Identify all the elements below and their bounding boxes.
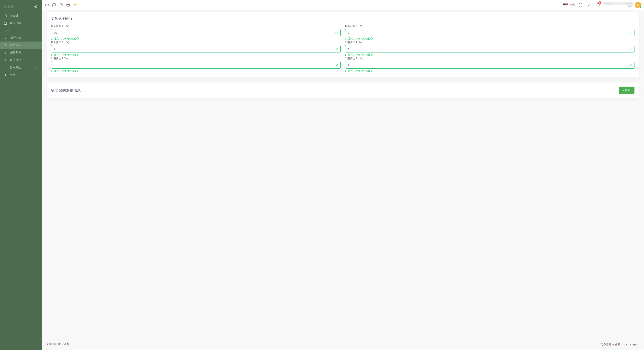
arrow-right-icon <box>4 36 7 39</box>
chevron-up-icon <box>36 59 38 61</box>
sidebar-section-header: 应用 <box>0 27 42 34</box>
hint-text: 注意，此项为可选提交 <box>54 53 79 56</box>
field-label: 团队佣金 2（％） <box>345 24 635 28</box>
arrow-right-icon <box>4 44 7 47</box>
svg-marker-7 <box>5 74 6 76</box>
info-icon <box>51 54 53 56</box>
sidebar-item-manage-customer[interactable]: 管理客户 <box>0 49 42 56</box>
check-icon <box>335 31 338 34</box>
hint-text: 注意，此项为可选提交 <box>348 37 373 40</box>
footer-author: PIXINVENT <box>624 343 638 346</box>
update-button-label: 更新 <box>625 88 631 92</box>
sidebar-item-customer-payment[interactable]: 客户付款 <box>0 56 42 64</box>
brand-logo[interactable]: CLR <box>4 4 14 9</box>
sidebar-item-settings[interactable]: 设置 <box>0 71 42 79</box>
check-icon <box>335 63 338 67</box>
plus-icon: + <box>622 89 624 92</box>
language-label: 英语 <box>570 3 575 7</box>
sidebar: CLR 仪表板 奖金代码 应用 <box>0 0 42 350</box>
footer-text: 作者： <box>615 343 623 346</box>
footer-credits: 精心打造 ♥ 作者： PIXINVENT <box>600 343 638 346</box>
svg-marker-6 <box>5 66 6 68</box>
int3-input[interactable] <box>345 61 635 69</box>
check-icon <box>629 63 632 67</box>
svg-marker-14 <box>74 3 77 6</box>
user-menu[interactable]: 行政 <box>604 2 642 8</box>
sidebar-item-dashboard[interactable]: 仪表板 <box>0 12 42 19</box>
sidebar-item-label: 设置 <box>10 73 33 77</box>
maximize-icon[interactable] <box>578 2 584 8</box>
user-role: 行政 <box>604 5 633 7</box>
team1-input[interactable] <box>51 29 340 36</box>
arrow-right-icon <box>4 51 7 54</box>
sidebar-item-label: 奖金代码 <box>10 21 38 25</box>
field-int1: 利息佣金 1 (%) 注意，此项为可选提交 <box>345 41 635 56</box>
sidebar-collapse-icon[interactable] <box>34 5 38 8</box>
info-icon <box>345 38 347 40</box>
field-hint: 注意，此项为可选提交 <box>345 53 635 56</box>
footer-copyright: 2020 © PIXINVENT <box>47 343 70 346</box>
field-label: 利息佣金 3（％） <box>345 57 635 60</box>
footer: 2020 © PIXINVENT 精心打造 ♥ 作者： PIXINVENT <box>42 339 644 350</box>
sidebar-header: CLR <box>0 0 42 12</box>
calendar-icon[interactable] <box>65 2 71 8</box>
us-flag-icon <box>563 3 568 6</box>
sidebar-item-customer-withdrawal[interactable]: 客户提款 <box>0 64 42 71</box>
field-label: 团队佣金 1（％） <box>51 24 340 28</box>
play-icon <box>4 73 7 77</box>
hint-text: 注意，此项为可选提交 <box>348 69 373 72</box>
update-button[interactable]: +更新 <box>619 87 634 94</box>
field-hint: 注意，此项为可选提交 <box>51 53 340 56</box>
star-icon[interactable] <box>72 2 78 8</box>
chat-icon[interactable] <box>51 2 57 8</box>
home-icon <box>4 14 7 17</box>
team3-input[interactable] <box>51 45 340 52</box>
play-icon <box>4 58 7 62</box>
topbar-right: 英语 5 行政 <box>563 2 642 8</box>
sidebar-item-label: 客户付款 <box>10 58 33 62</box>
field-int3: 利息佣金 3（％） 注意，此项为可选提交 <box>345 57 635 72</box>
sidebar-menu-main: 仪表板 奖金代码 <box>0 12 42 27</box>
check-circle-icon[interactable] <box>58 2 64 8</box>
hint-text: 注意，此项为可选提交 <box>348 53 373 56</box>
content-area: 更新返利佣金 团队佣金 1（％） 注意，此项为可选提 <box>42 10 644 339</box>
field-hint: 注意，此项为可选提交 <box>345 37 635 40</box>
avatar <box>635 2 642 8</box>
field-team3: 团队佣金 3（％） 注意，此项为可选提交 <box>51 41 340 56</box>
mail-icon[interactable] <box>44 2 50 8</box>
field-int2: 利息佣金 2 (%) 注意，此项为可选提交 <box>51 57 340 72</box>
sidebar-item-label: 仪表板 <box>10 14 38 17</box>
svg-point-9 <box>60 3 62 6</box>
topbar: 英语 5 行政 <box>42 0 644 10</box>
svg-marker-5 <box>5 59 6 61</box>
svg-point-15 <box>588 4 590 6</box>
home-icon <box>4 21 7 25</box>
user-info: 行政 <box>604 2 633 7</box>
info-icon <box>51 38 53 40</box>
notification-count: 5 <box>598 1 601 4</box>
main: 英语 5 行政 <box>42 0 644 350</box>
sidebar-item-label: 管理计划 <box>10 36 38 40</box>
int2-input[interactable] <box>51 61 340 69</box>
language-selector[interactable]: 英语 <box>563 3 575 7</box>
search-icon[interactable] <box>586 2 592 8</box>
svg-rect-10 <box>67 4 70 6</box>
card-title: 更新返利佣金 <box>47 12 638 23</box>
submit-card-title: 提交您的退税信息 <box>51 88 81 93</box>
field-label: 利息佣金 1 (%) <box>345 41 635 44</box>
notification-bell[interactable]: 5 <box>595 2 601 8</box>
int1-input[interactable] <box>345 45 635 52</box>
svg-point-1 <box>36 6 36 7</box>
field-team2: 团队佣金 2（％） 注意，此项为可选提交 <box>345 24 635 40</box>
sidebar-item-rebate-commission[interactable]: 回扣佣金 <box>0 41 42 49</box>
info-icon <box>51 70 53 72</box>
topbar-left <box>44 2 78 8</box>
team2-input[interactable] <box>345 29 635 36</box>
info-icon <box>345 54 347 56</box>
chevron-up-icon <box>36 74 38 76</box>
play-icon <box>4 66 7 69</box>
info-icon <box>345 70 347 72</box>
sidebar-menu-apps: 管理计划 回扣佣金 管理客户 客户付款 <box>0 34 42 79</box>
sidebar-item-bonus-code[interactable]: 奖金代码 <box>0 19 42 27</box>
sidebar-item-manage-plan[interactable]: 管理计划 <box>0 34 42 41</box>
